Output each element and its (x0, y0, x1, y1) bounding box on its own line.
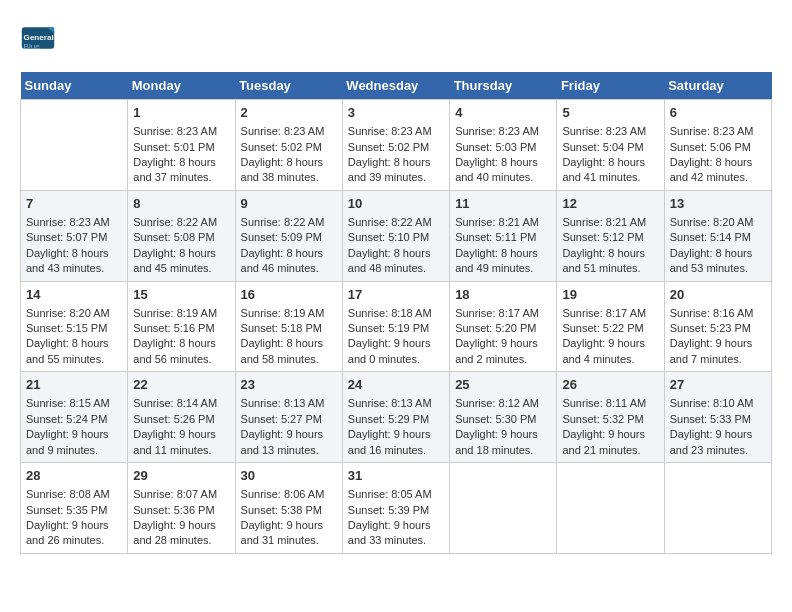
calendar-cell: 4Sunrise: 8:23 AMSunset: 5:03 PMDaylight… (450, 100, 557, 191)
day-header-sunday: Sunday (21, 72, 128, 100)
daylight-text: Daylight: 8 hours and 46 minutes. (241, 246, 337, 277)
calendar-cell (450, 463, 557, 554)
sunrise-text: Sunrise: 8:23 AM (670, 124, 766, 139)
logo-icon: General Blue (20, 20, 56, 56)
daylight-text: Daylight: 8 hours and 58 minutes. (241, 336, 337, 367)
calendar-cell: 8Sunrise: 8:22 AMSunset: 5:08 PMDaylight… (128, 190, 235, 281)
sunrise-text: Sunrise: 8:17 AM (562, 306, 658, 321)
day-number: 13 (670, 195, 766, 213)
calendar-cell: 7Sunrise: 8:23 AMSunset: 5:07 PMDaylight… (21, 190, 128, 281)
calendar-cell: 24Sunrise: 8:13 AMSunset: 5:29 PMDayligh… (342, 372, 449, 463)
calendar-cell: 25Sunrise: 8:12 AMSunset: 5:30 PMDayligh… (450, 372, 557, 463)
sunrise-text: Sunrise: 8:10 AM (670, 396, 766, 411)
calendar-cell: 3Sunrise: 8:23 AMSunset: 5:02 PMDaylight… (342, 100, 449, 191)
calendar-cell: 18Sunrise: 8:17 AMSunset: 5:20 PMDayligh… (450, 281, 557, 372)
sunset-text: Sunset: 5:22 PM (562, 321, 658, 336)
calendar-week-1: 1Sunrise: 8:23 AMSunset: 5:01 PMDaylight… (21, 100, 772, 191)
calendar-cell (557, 463, 664, 554)
day-header-friday: Friday (557, 72, 664, 100)
sunset-text: Sunset: 5:07 PM (26, 230, 122, 245)
sunrise-text: Sunrise: 8:16 AM (670, 306, 766, 321)
sunset-text: Sunset: 5:02 PM (241, 140, 337, 155)
sunrise-text: Sunrise: 8:22 AM (348, 215, 444, 230)
sunset-text: Sunset: 5:15 PM (26, 321, 122, 336)
day-number: 12 (562, 195, 658, 213)
daylight-text: Daylight: 8 hours and 48 minutes. (348, 246, 444, 277)
sunset-text: Sunset: 5:36 PM (133, 503, 229, 518)
day-number: 8 (133, 195, 229, 213)
daylight-text: Daylight: 9 hours and 9 minutes. (26, 427, 122, 458)
sunrise-text: Sunrise: 8:23 AM (562, 124, 658, 139)
day-header-tuesday: Tuesday (235, 72, 342, 100)
daylight-text: Daylight: 9 hours and 2 minutes. (455, 336, 551, 367)
calendar-cell (664, 463, 771, 554)
sunrise-text: Sunrise: 8:20 AM (670, 215, 766, 230)
sunset-text: Sunset: 5:23 PM (670, 321, 766, 336)
daylight-text: Daylight: 8 hours and 37 minutes. (133, 155, 229, 186)
sunrise-text: Sunrise: 8:22 AM (241, 215, 337, 230)
day-number: 20 (670, 286, 766, 304)
daylight-text: Daylight: 9 hours and 13 minutes. (241, 427, 337, 458)
sunset-text: Sunset: 5:20 PM (455, 321, 551, 336)
sunset-text: Sunset: 5:09 PM (241, 230, 337, 245)
sunset-text: Sunset: 5:30 PM (455, 412, 551, 427)
day-header-monday: Monday (128, 72, 235, 100)
sunset-text: Sunset: 5:11 PM (455, 230, 551, 245)
day-number: 6 (670, 104, 766, 122)
sunset-text: Sunset: 5:32 PM (562, 412, 658, 427)
day-number: 24 (348, 376, 444, 394)
calendar-cell: 19Sunrise: 8:17 AMSunset: 5:22 PMDayligh… (557, 281, 664, 372)
sunset-text: Sunset: 5:10 PM (348, 230, 444, 245)
calendar-cell (21, 100, 128, 191)
calendar-cell: 21Sunrise: 8:15 AMSunset: 5:24 PMDayligh… (21, 372, 128, 463)
sunrise-text: Sunrise: 8:17 AM (455, 306, 551, 321)
daylight-text: Daylight: 9 hours and 18 minutes. (455, 427, 551, 458)
daylight-text: Daylight: 8 hours and 40 minutes. (455, 155, 551, 186)
calendar-cell: 14Sunrise: 8:20 AMSunset: 5:15 PMDayligh… (21, 281, 128, 372)
daylight-text: Daylight: 8 hours and 49 minutes. (455, 246, 551, 277)
svg-text:General: General (24, 33, 54, 42)
calendar-cell: 29Sunrise: 8:07 AMSunset: 5:36 PMDayligh… (128, 463, 235, 554)
calendar-cell: 6Sunrise: 8:23 AMSunset: 5:06 PMDaylight… (664, 100, 771, 191)
calendar-cell: 1Sunrise: 8:23 AMSunset: 5:01 PMDaylight… (128, 100, 235, 191)
daylight-text: Daylight: 8 hours and 53 minutes. (670, 246, 766, 277)
calendar-week-4: 21Sunrise: 8:15 AMSunset: 5:24 PMDayligh… (21, 372, 772, 463)
sunset-text: Sunset: 5:26 PM (133, 412, 229, 427)
calendar-cell: 22Sunrise: 8:14 AMSunset: 5:26 PMDayligh… (128, 372, 235, 463)
calendar-cell: 17Sunrise: 8:18 AMSunset: 5:19 PMDayligh… (342, 281, 449, 372)
day-number: 16 (241, 286, 337, 304)
sunset-text: Sunset: 5:18 PM (241, 321, 337, 336)
sunrise-text: Sunrise: 8:19 AM (133, 306, 229, 321)
sunset-text: Sunset: 5:03 PM (455, 140, 551, 155)
day-number: 5 (562, 104, 658, 122)
sunrise-text: Sunrise: 8:06 AM (241, 487, 337, 502)
daylight-text: Daylight: 9 hours and 4 minutes. (562, 336, 658, 367)
daylight-text: Daylight: 8 hours and 38 minutes. (241, 155, 337, 186)
calendar-week-5: 28Sunrise: 8:08 AMSunset: 5:35 PMDayligh… (21, 463, 772, 554)
sunset-text: Sunset: 5:29 PM (348, 412, 444, 427)
sunrise-text: Sunrise: 8:12 AM (455, 396, 551, 411)
day-header-thursday: Thursday (450, 72, 557, 100)
calendar-cell: 13Sunrise: 8:20 AMSunset: 5:14 PMDayligh… (664, 190, 771, 281)
sunrise-text: Sunrise: 8:22 AM (133, 215, 229, 230)
logo: General Blue (20, 20, 56, 56)
day-number: 26 (562, 376, 658, 394)
sunset-text: Sunset: 5:24 PM (26, 412, 122, 427)
day-number: 17 (348, 286, 444, 304)
daylight-text: Daylight: 8 hours and 56 minutes. (133, 336, 229, 367)
calendar-table: SundayMondayTuesdayWednesdayThursdayFrid… (20, 72, 772, 554)
svg-text:Blue: Blue (24, 42, 41, 51)
day-number: 11 (455, 195, 551, 213)
day-number: 31 (348, 467, 444, 485)
daylight-text: Daylight: 9 hours and 31 minutes. (241, 518, 337, 549)
sunrise-text: Sunrise: 8:13 AM (348, 396, 444, 411)
sunset-text: Sunset: 5:33 PM (670, 412, 766, 427)
sunrise-text: Sunrise: 8:18 AM (348, 306, 444, 321)
day-number: 15 (133, 286, 229, 304)
sunrise-text: Sunrise: 8:23 AM (455, 124, 551, 139)
calendar-cell: 10Sunrise: 8:22 AMSunset: 5:10 PMDayligh… (342, 190, 449, 281)
daylight-text: Daylight: 9 hours and 0 minutes. (348, 336, 444, 367)
sunrise-text: Sunrise: 8:08 AM (26, 487, 122, 502)
sunrise-text: Sunrise: 8:23 AM (241, 124, 337, 139)
sunrise-text: Sunrise: 8:20 AM (26, 306, 122, 321)
